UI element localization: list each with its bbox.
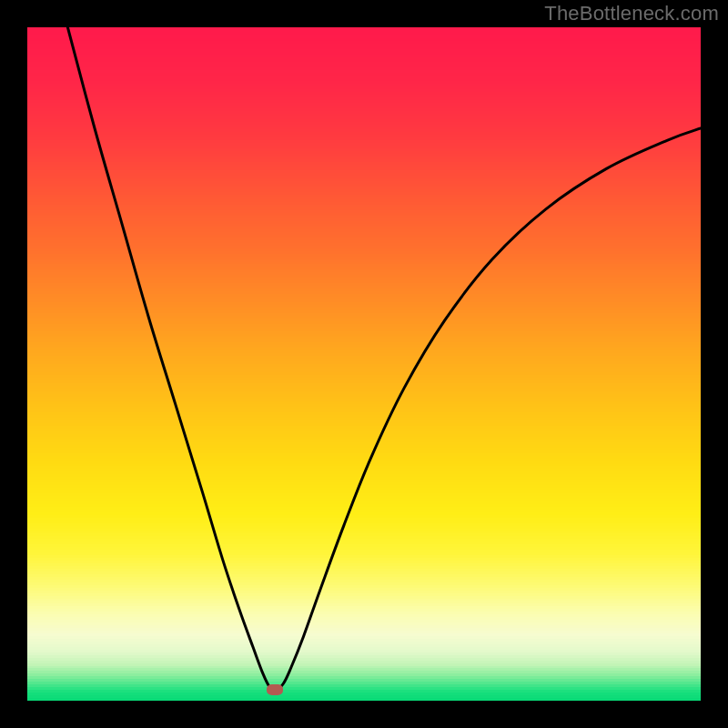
plot-area [27,27,701,701]
curve-layer [27,27,701,701]
bottleneck-curve [67,27,701,691]
watermark-text: TheBottleneck.com [544,2,719,25]
chart-stage: TheBottleneck.com [0,0,728,728]
optimal-point-marker [267,684,283,695]
